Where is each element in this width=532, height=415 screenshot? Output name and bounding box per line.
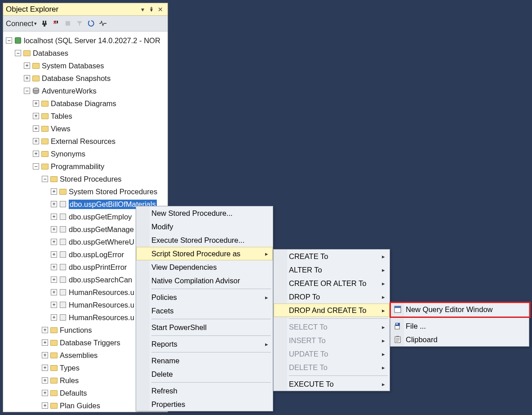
expand-icon[interactable]	[42, 327, 48, 333]
menu-item[interactable]: New Query Editor Window	[390, 303, 529, 316]
menu-item[interactable]: Reports	[136, 337, 273, 351]
menu-item[interactable]: File ...	[390, 319, 529, 333]
tree-node-label: Functions	[60, 326, 92, 335]
menu-item[interactable]: DROP To	[274, 290, 390, 303]
expand-icon[interactable]	[42, 365, 48, 371]
tree-node[interactable]: Databases	[4, 47, 167, 59]
expand-icon[interactable]	[51, 201, 57, 207]
disconnect-icon[interactable]	[52, 19, 60, 27]
menu-item-label: Reports	[151, 340, 177, 348]
expand-icon[interactable]	[33, 100, 39, 107]
expand-icon[interactable]	[24, 62, 30, 69]
menu-separator	[151, 289, 271, 289]
filter-icon[interactable]	[75, 19, 84, 27]
folder-icon	[32, 74, 40, 82]
tree-node-label: dbo.uspSearchCan	[69, 276, 132, 284]
menu-item[interactable]: New Stored Procedure...	[136, 206, 273, 220]
stop-icon[interactable]	[64, 19, 72, 27]
tree-node[interactable]: Database Snapshots	[4, 72, 167, 85]
menu-item[interactable]: Facets	[136, 304, 273, 317]
dropdown-icon[interactable]: ▾	[138, 6, 147, 13]
connect-icon[interactable]	[40, 19, 49, 27]
connect-dropdown[interactable]: Connect	[6, 19, 37, 28]
collapse-icon[interactable]	[24, 88, 30, 94]
tree-node[interactable]: System Stored Procedures	[4, 185, 167, 198]
folder-icon	[41, 150, 49, 158]
expand-icon[interactable]	[51, 226, 57, 232]
close-icon[interactable]: ✕	[156, 6, 165, 13]
tree-node[interactable]: localhost (SQL Server 14.0.2027.2 - NOR	[4, 34, 167, 47]
tree-node[interactable]: Views	[4, 122, 167, 135]
menu-item-label: Start PowerShell	[151, 323, 207, 332]
tree-node[interactable]: Stored Procedures	[4, 173, 167, 185]
context-menu-level3[interactable]: New Query Editor WindowFile ...Clipboard	[390, 302, 529, 347]
menu-item[interactable]: Clipboard	[390, 333, 529, 346]
expand-icon[interactable]	[24, 75, 30, 81]
expand-icon[interactable]	[51, 302, 57, 308]
tree-node-label: dbo.uspGetEmploy	[69, 213, 132, 221]
folder-icon	[32, 62, 40, 70]
tree-node-label: AdventureWorks	[42, 87, 97, 95]
menu-item[interactable]: CREATE To	[274, 250, 390, 263]
menu-item[interactable]: ALTER To	[274, 263, 390, 277]
expand-icon[interactable]	[51, 277, 57, 283]
expand-icon[interactable]	[33, 151, 39, 157]
tree-node[interactable]: Programmability	[4, 160, 167, 173]
expand-icon[interactable]	[51, 239, 57, 245]
menu-item[interactable]: EXECUTE To	[274, 377, 390, 391]
expand-icon[interactable]	[33, 113, 39, 119]
refresh-icon[interactable]	[87, 19, 95, 27]
expand-icon[interactable]	[42, 339, 48, 346]
tree-node-label: Plan Guides	[60, 402, 100, 410]
menu-item[interactable]: Rename	[136, 354, 273, 367]
context-menu-level2[interactable]: CREATE ToALTER ToCREATE OR ALTER ToDROP …	[273, 249, 390, 391]
pin-icon[interactable]	[147, 6, 156, 13]
expand-icon[interactable]	[51, 264, 57, 270]
expand-icon[interactable]	[51, 314, 57, 321]
menu-item[interactable]: Execute Stored Procedure...	[136, 233, 273, 247]
menu-item[interactable]: CREATE OR ALTER To	[274, 277, 390, 290]
procedure-icon	[59, 301, 67, 309]
menu-item[interactable]: Refresh	[136, 384, 273, 397]
collapse-icon[interactable]	[15, 50, 21, 56]
menu-item[interactable]: Script Stored Procedure as	[136, 247, 273, 260]
menu-item-label: DROP To	[289, 293, 320, 301]
menu-item[interactable]: DROP And CREATE To	[274, 303, 390, 317]
context-menu-level1[interactable]: New Stored Procedure...ModifyExecute Sto…	[136, 206, 273, 411]
menu-item[interactable]: View Dependencies	[136, 260, 273, 274]
expand-icon[interactable]	[51, 251, 57, 258]
menu-item[interactable]: Delete	[136, 367, 273, 381]
collapse-icon[interactable]	[33, 163, 39, 170]
menu-item[interactable]: Properties	[136, 397, 273, 411]
expand-icon[interactable]	[42, 377, 48, 384]
menu-item[interactable]: Policies	[136, 290, 273, 304]
expand-icon[interactable]	[33, 138, 39, 144]
expand-icon[interactable]	[42, 352, 48, 358]
expand-icon[interactable]	[33, 125, 39, 132]
expand-icon[interactable]	[42, 390, 48, 396]
activity-icon[interactable]	[99, 19, 107, 27]
svg-rect-8	[395, 306, 401, 308]
collapse-icon[interactable]	[6, 37, 12, 44]
menu-item-label: UPDATE To	[289, 350, 328, 358]
expand-icon[interactable]	[51, 188, 57, 195]
panel-titlebar: Object Explorer ▾ ✕	[3, 3, 168, 16]
tree-node[interactable]: System Databases	[4, 59, 167, 72]
menu-item[interactable]: Modify	[136, 220, 273, 233]
menu-item-label: Delete	[151, 370, 173, 379]
procedure-icon	[59, 288, 67, 296]
tree-node[interactable]: Tables	[4, 110, 167, 122]
menu-separator	[151, 352, 271, 353]
tree-node[interactable]: Database Diagrams	[4, 97, 167, 110]
tree-node[interactable]: Synonyms	[4, 147, 167, 160]
menu-item[interactable]: Native Compilation Advisor	[136, 274, 273, 287]
expand-icon[interactable]	[42, 402, 48, 409]
menu-item[interactable]: Start PowerShell	[136, 321, 273, 334]
tree-node[interactable]: External Resources	[4, 135, 167, 147]
expand-icon[interactable]	[51, 214, 57, 220]
folder-icon	[41, 125, 49, 133]
expand-icon[interactable]	[51, 289, 57, 295]
tree-node[interactable]: AdventureWorks	[4, 85, 167, 97]
menu-separator	[289, 375, 388, 376]
collapse-icon[interactable]	[42, 176, 48, 182]
